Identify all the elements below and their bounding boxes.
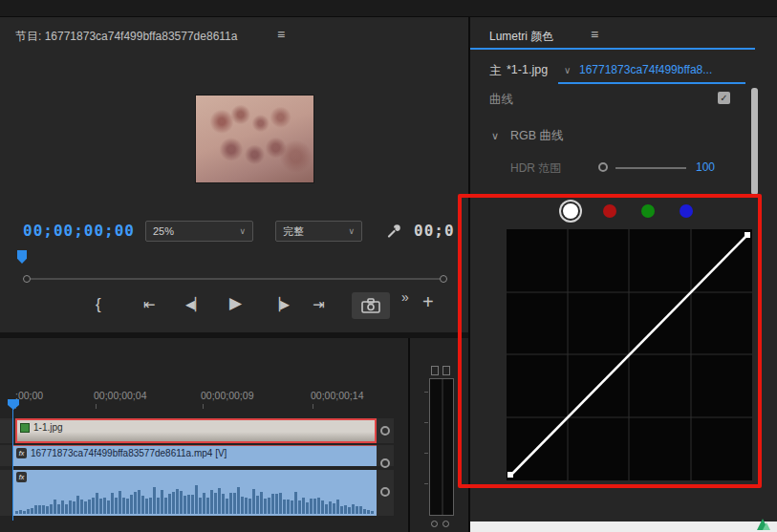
hdr-range-slider-knob[interactable] — [598, 162, 608, 172]
solo-right-button[interactable] — [442, 521, 449, 527]
playback-quality-value: 完整 — [283, 224, 304, 239]
window-top-strip — [0, 0, 777, 17]
check-icon: ✓ — [720, 93, 727, 103]
timeline-playhead-line — [12, 409, 13, 521]
lumetri-panel-menu-icon[interactable]: ≡ — [591, 27, 598, 42]
channel-blue-dot[interactable] — [680, 204, 693, 218]
meter-clip-indicator-right[interactable] — [442, 366, 450, 375]
go-to-in-button[interactable]: ⇤ — [143, 297, 156, 311]
current-timecode-display[interactable]: 00;00;00;00 — [23, 222, 135, 240]
audio-level-meter[interactable] — [429, 378, 454, 516]
wrench-icon — [386, 223, 401, 239]
clip-video-label: 16771873ca74f499bffa83577de8611a.mp4 [V] — [31, 448, 227, 458]
duration-timecode-display: 00;0 — [414, 222, 455, 240]
lumetri-panel-tab[interactable]: Lumetri 颜色 — [489, 29, 553, 45]
rgb-curve-graph — [507, 229, 752, 480]
chevron-down-icon: ∨ — [239, 226, 246, 236]
clip-audio[interactable]: fx — [13, 470, 377, 516]
hdr-range-slider-track[interactable] — [615, 167, 686, 169]
monitor-scrubber-track[interactable] — [23, 278, 447, 280]
program-panel-tab[interactable]: 节目: 16771873ca74f499bffa83577de8611a — [15, 29, 237, 45]
curves-section-label: 曲线 — [489, 92, 513, 108]
audio-waveform — [15, 481, 375, 514]
add-marker-button[interactable]: { — [96, 296, 101, 312]
solo-left-button[interactable] — [431, 521, 438, 527]
track-option-dot[interactable] — [380, 487, 390, 497]
clip-image-label: 1-1.jpg — [33, 422, 63, 433]
vertical-scrollbar[interactable] — [751, 88, 758, 195]
curves-enabled-checkbox[interactable]: ✓ — [718, 92, 730, 104]
meter-channel-divider — [442, 379, 443, 515]
ruler-tick — [203, 404, 204, 409]
program-panel-menu-icon[interactable]: ≡ — [277, 27, 285, 42]
green-app-icon[interactable] — [754, 518, 771, 532]
track-option-dot[interactable] — [380, 458, 390, 468]
ruler-tick-label: ;00;00 — [15, 390, 43, 401]
ruler-tick-label: 00;00;00;04 — [94, 390, 146, 401]
hdr-range-value[interactable]: 100 — [696, 160, 715, 174]
chevron-down-icon[interactable]: ∨ — [491, 130, 499, 142]
meter-scale-tick — [424, 392, 428, 393]
hdr-range-label: HDR 范围 — [510, 160, 561, 177]
bottom-overlay-strip — [470, 521, 777, 532]
clip-source-link[interactable]: 16771873ca74f499bffa8... — [579, 63, 712, 76]
panel-divider[interactable] — [468, 17, 470, 532]
clip-link-underline — [558, 82, 745, 84]
channel-white-dot[interactable] — [563, 203, 578, 219]
clip-thumbnail-icon — [20, 423, 30, 433]
clip-image[interactable]: 1-1.jpg — [15, 418, 377, 443]
step-forward-button[interactable]: ▕▶ — [270, 298, 290, 310]
rgb-curve-canvas[interactable] — [507, 229, 752, 480]
chevron-down-icon[interactable]: ∨ — [564, 65, 571, 75]
go-to-out-button[interactable]: ⇥ — [313, 297, 325, 311]
clip-video[interactable]: fx 16771873ca74f499bffa83577de8611a.mp4 … — [13, 445, 377, 466]
playback-quality-select[interactable]: 完整 ∨ — [275, 221, 362, 242]
scrubber-end-handle[interactable] — [440, 275, 447, 283]
active-panel-underline — [470, 48, 755, 50]
meter-scale-tick — [424, 483, 428, 484]
meter-clip-indicator-left[interactable] — [431, 366, 439, 375]
camera-icon — [361, 298, 380, 313]
program-preview — [196, 96, 313, 182]
export-frame-button[interactable] — [352, 292, 390, 319]
ruler-tick-label: 00;00;00;09 — [201, 390, 253, 401]
zoom-level-value: 25% — [153, 225, 174, 237]
step-back-button[interactable]: ◀▏ — [185, 298, 205, 310]
ruler-tick — [96, 404, 97, 409]
channel-green-dot[interactable] — [641, 204, 655, 218]
premiere-window: 节目: 16771873ca74f499bffa83577de8611a ≡ 0… — [0, 0, 777, 532]
zoom-level-select[interactable]: 25% ∨ — [145, 221, 253, 242]
track-option-dot[interactable] — [380, 426, 390, 436]
meter-scale-tick — [424, 453, 428, 454]
clip-name-label[interactable]: *1-1.jpg — [507, 63, 548, 76]
add-button-editor[interactable]: + — [422, 292, 434, 311]
rgb-curves-header[interactable]: RGB 曲线 — [510, 128, 564, 144]
more-options-chevron[interactable]: » — [401, 290, 409, 304]
channel-red-dot[interactable] — [603, 204, 616, 218]
fx-badge[interactable]: fx — [16, 448, 27, 458]
master-tab-label[interactable]: 主 — [489, 63, 502, 79]
scrubber-start-handle[interactable] — [23, 275, 31, 283]
settings-wrench-button[interactable] — [382, 221, 405, 242]
chevron-down-icon: ∨ — [348, 226, 355, 236]
ruler-tick — [313, 404, 313, 409]
meter-scale-tick — [424, 422, 428, 423]
ruler-tick-label: 00;00;00;14 — [311, 390, 363, 401]
play-button[interactable]: ▶ — [229, 295, 242, 311]
